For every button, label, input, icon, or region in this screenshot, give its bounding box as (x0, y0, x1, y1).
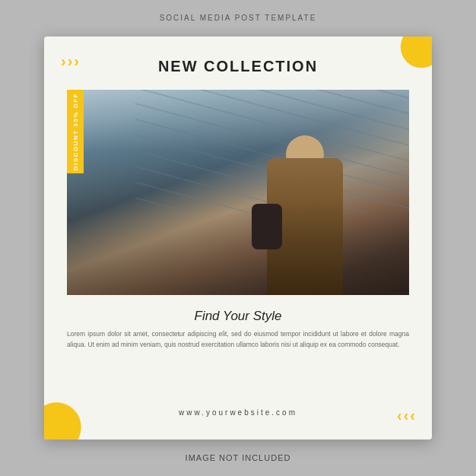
chevrons-bottom-right: ‹ ‹ ‹ (397, 408, 415, 423)
chevron-right-icon: › (68, 53, 73, 68)
product-image (67, 90, 409, 295)
ceiling-lines (67, 90, 409, 295)
chevron-left-icon: ‹ (410, 408, 415, 423)
chevron-left-icon: ‹ (404, 408, 409, 423)
social-media-card: › › › NEW COLLECTION DISCOUNT 35% OFF (44, 36, 432, 440)
outer-wrapper: SOCIAL MEDIA POST TEMPLATE › › › NEW COL… (0, 0, 476, 476)
chevron-right-icon: › (61, 53, 66, 68)
collection-title: NEW COLLECTION (158, 58, 318, 75)
person-figure (252, 128, 358, 295)
chevron-left-icon: ‹ (397, 408, 402, 423)
corner-top-right-decoration (401, 36, 432, 68)
discount-text: DISCOUNT 35% OFF (72, 93, 79, 170)
top-label: SOCIAL MEDIA POST TEMPLATE (160, 14, 317, 22)
chevron-right-icon: › (74, 53, 79, 68)
bottom-label: IMAGE NOT INCLUDED (186, 453, 291, 462)
image-placeholder (67, 90, 409, 295)
chevrons-top-left: › › › (61, 53, 79, 68)
body-text: Lorem ipsum dolor sit amet, consectetur … (67, 329, 409, 350)
discount-badge: DISCOUNT 35% OFF (67, 90, 84, 173)
corner-bottom-left-decoration (44, 402, 81, 440)
website-url: www.yourwebsite.com (179, 408, 297, 417)
person-bag (252, 204, 282, 249)
find-style-subtitle: Find Your Style (195, 309, 282, 324)
